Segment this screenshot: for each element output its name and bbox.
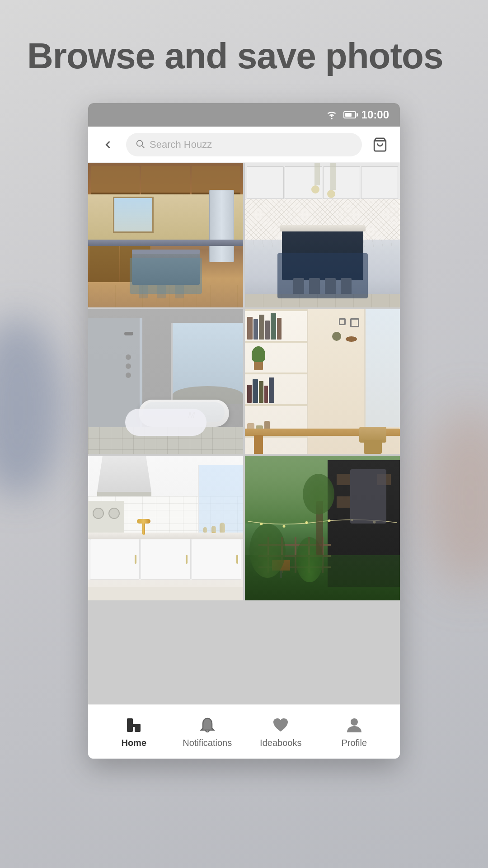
svg-point-9 — [373, 521, 376, 524]
home-icon — [124, 715, 144, 735]
status-bar: 10:00 — [88, 103, 400, 127]
ideabooks-label: Ideabooks — [260, 738, 301, 748]
nav-item-profile[interactable]: Profile — [325, 715, 384, 748]
profile-label: Profile — [341, 738, 367, 748]
page-title: Browse and save photos — [0, 0, 488, 103]
image-grid: M — [88, 163, 400, 704]
svg-point-1 — [137, 140, 143, 146]
grid-item[interactable] — [88, 163, 243, 307]
grid-item[interactable] — [245, 309, 400, 454]
search-placeholder-text: Search Houzz — [150, 139, 212, 151]
battery-icon — [343, 111, 356, 118]
bottom-nav: Home Notifications Ideabooks — [88, 704, 400, 759]
svg-point-8 — [351, 519, 353, 521]
status-time: 10:00 — [361, 108, 389, 121]
svg-point-6 — [305, 521, 308, 524]
grid-item[interactable] — [245, 456, 400, 600]
nav-item-ideabooks[interactable]: Ideabooks — [251, 715, 310, 748]
nav-item-home[interactable]: Home — [104, 715, 163, 748]
svg-point-7 — [328, 519, 331, 522]
search-bar[interactable]: Search Houzz — [126, 133, 362, 156]
heart-icon — [271, 715, 291, 735]
svg-point-5 — [283, 525, 286, 528]
grid-item[interactable] — [245, 163, 400, 307]
bell-icon — [197, 715, 217, 735]
person-icon — [344, 715, 364, 735]
phone-mockup: 10:00 Search Houzz — [88, 103, 400, 759]
svg-point-0 — [331, 118, 332, 119]
nav-item-notifications[interactable]: Notifications — [178, 715, 237, 748]
back-button[interactable] — [97, 134, 119, 156]
search-icon — [135, 139, 145, 151]
svg-rect-12 — [127, 724, 141, 727]
svg-line-2 — [142, 146, 144, 148]
svg-point-13 — [351, 718, 358, 726]
home-label: Home — [121, 738, 146, 748]
notifications-label: Notifications — [183, 738, 232, 748]
grid-item[interactable] — [88, 456, 243, 600]
wifi-icon — [325, 110, 338, 119]
cart-button[interactable] — [369, 134, 391, 156]
nav-bar: Search Houzz — [88, 127, 400, 163]
grid-item[interactable]: M — [88, 309, 243, 454]
